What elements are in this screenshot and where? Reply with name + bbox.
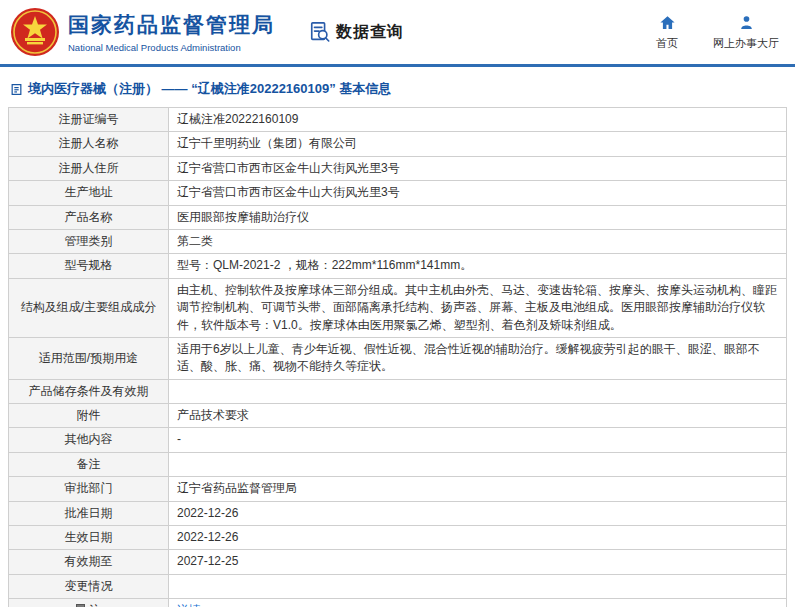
- row-label: 备注: [9, 452, 169, 476]
- table-row: 适用范围/预期用途适用于6岁以上儿童、青少年近视、假性近视、混合性近视的辅助治疗…: [9, 337, 787, 379]
- row-label: 结构及组成/主要组成成分: [9, 278, 169, 337]
- row-value: 由主机、控制软件及按摩球体三部分组成。其中主机由外壳、马达、变速齿轮箱、按摩头、…: [169, 278, 787, 337]
- site-header: 国家药品监督管理局 National Medical Products Admi…: [0, 0, 795, 64]
- table-row: 注册人住所辽宁省营口市西市区金牛山大街风光里3号: [9, 156, 787, 180]
- row-value: 2022-12-26: [169, 526, 787, 550]
- row-value: 2022-12-26: [169, 501, 787, 525]
- row-label: 生效日期: [9, 526, 169, 550]
- row-label: 批准日期: [9, 501, 169, 525]
- table-row: 型号规格型号：QLM-2021-2 ，规格：222mm*116mm*141mm。: [9, 254, 787, 278]
- logo-block[interactable]: 国家药品监督管理局 National Medical Products Admi…: [10, 7, 275, 57]
- page-title: 境内医疗器械（注册） —— “辽械注准20222160109” 基本信息: [0, 67, 795, 107]
- row-label: 注: [9, 599, 169, 607]
- row-label: 管理类别: [9, 229, 169, 253]
- table-row: 生效日期2022-12-26: [9, 526, 787, 550]
- row-label: 变更情况: [9, 574, 169, 598]
- table-row: 备注: [9, 452, 787, 476]
- row-value: 适用于6岁以上儿童、青少年近视、假性近视、混合性近视的辅助治疗。缓解视疲劳引起的…: [169, 337, 787, 379]
- detail-link[interactable]: 详情: [177, 603, 201, 607]
- row-label: 适用范围/预期用途: [9, 337, 169, 379]
- nav-home[interactable]: 首页: [647, 14, 687, 51]
- table-row: 变更情况: [9, 574, 787, 598]
- org-name-en: National Medical Products Administration: [68, 42, 275, 53]
- row-value: -: [169, 428, 787, 452]
- table-row: 注册证编号辽械注准20222160109: [9, 108, 787, 132]
- row-value: 产品技术要求: [169, 404, 787, 428]
- row-value: 型号：QLM-2021-2 ，规格：222mm*116mm*141mm。: [169, 254, 787, 278]
- table-row: 管理类别第二类: [9, 229, 787, 253]
- row-label: 生产地址: [9, 181, 169, 205]
- table-row: 注详情: [9, 599, 787, 607]
- row-label: 有效期至: [9, 550, 169, 574]
- row-label: 审批部门: [9, 477, 169, 501]
- row-value: [169, 574, 787, 598]
- row-label: 其他内容: [9, 428, 169, 452]
- data-query-icon: [309, 21, 331, 43]
- org-names: 国家药品监督管理局 National Medical Products Admi…: [68, 11, 275, 53]
- org-name-cn: 国家药品监督管理局: [68, 11, 275, 39]
- national-emblem-logo: [10, 7, 60, 57]
- table-row: 其他内容-: [9, 428, 787, 452]
- row-value: 辽宁千里明药业（集团）有限公司: [169, 132, 787, 156]
- table-row: 批准日期2022-12-26: [9, 501, 787, 525]
- row-label: 产品储存条件及有效期: [9, 379, 169, 403]
- home-icon: [659, 14, 676, 33]
- table-row: 生产地址辽宁省营口市西市区金牛山大街风光里3号: [9, 181, 787, 205]
- table-row: 产品储存条件及有效期: [9, 379, 787, 403]
- page: 国家药品监督管理局 National Medical Products Admi…: [0, 0, 795, 607]
- row-value: 详情: [169, 599, 787, 607]
- row-value: 辽械注准20222160109: [169, 108, 787, 132]
- info-table: 注册证编号辽械注准20222160109注册人名称辽宁千里明药业（集团）有限公司…: [8, 107, 787, 607]
- table-row: 注册人名称辽宁千里明药业（集团）有限公司: [9, 132, 787, 156]
- row-value: 第二类: [169, 229, 787, 253]
- row-label: 产品名称: [9, 205, 169, 229]
- row-label: 注册人名称: [9, 132, 169, 156]
- table-row: 产品名称医用眼部按摩辅助治疗仪: [9, 205, 787, 229]
- table-row: 附件产品技术要求: [9, 404, 787, 428]
- document-icon: [10, 83, 23, 96]
- header-right-nav: 首页 网上办事大厅: [647, 14, 779, 51]
- data-query-label: 数据查询: [336, 22, 404, 43]
- row-label: 注册证编号: [9, 108, 169, 132]
- nav-service-hall[interactable]: 网上办事大厅: [713, 14, 779, 51]
- data-query-nav[interactable]: 数据查询: [309, 21, 404, 43]
- row-label: 型号规格: [9, 254, 169, 278]
- row-value: 辽宁省药品监督管理局: [169, 477, 787, 501]
- nav-home-label: 首页: [656, 36, 678, 51]
- page-title-text: 境内医疗器械（注册） —— “辽械注准20222160109” 基本信息: [28, 80, 391, 98]
- table-row: 审批部门辽宁省药品监督管理局: [9, 477, 787, 501]
- row-value: [169, 379, 787, 403]
- row-value: [169, 452, 787, 476]
- row-value: 医用眼部按摩辅助治疗仪: [169, 205, 787, 229]
- row-value: 辽宁省营口市西市区金牛山大街风光里3号: [169, 156, 787, 180]
- nav-service-hall-label: 网上办事大厅: [713, 36, 779, 51]
- person-icon: [738, 14, 755, 33]
- table-row: 有效期至2027-12-25: [9, 550, 787, 574]
- table-row: 结构及组成/主要组成成分由主机、控制软件及按摩球体三部分组成。其中主机由外壳、马…: [9, 278, 787, 337]
- row-value: 2027-12-25: [169, 550, 787, 574]
- info-table-body: 注册证编号辽械注准20222160109注册人名称辽宁千里明药业（集团）有限公司…: [9, 108, 787, 607]
- row-label: 附件: [9, 404, 169, 428]
- info-table-wrap: 注册证编号辽械注准20222160109注册人名称辽宁千里明药业（集团）有限公司…: [0, 107, 795, 607]
- row-label: 注册人住所: [9, 156, 169, 180]
- row-value: 辽宁省营口市西市区金牛山大街风光里3号: [169, 181, 787, 205]
